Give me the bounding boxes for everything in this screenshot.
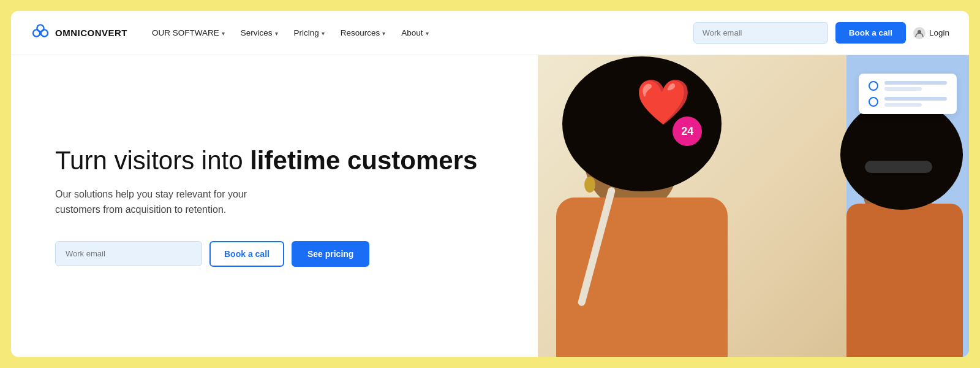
login-label: Login (929, 28, 949, 37)
nav-links: OUR SOFTWARE ▾ Services ▾ Pricing ▾ Reso… (145, 23, 693, 42)
sunglasses (865, 161, 932, 173)
hero-right: ❤️ 24 (538, 55, 969, 357)
hero-email-input[interactable] (55, 241, 202, 266)
ui-card (859, 74, 957, 114)
hero-section: Turn visitors into lifetime customers Ou… (11, 55, 969, 357)
body-main (556, 197, 728, 357)
ui-card-lines (884, 81, 947, 91)
notification-count: 24 (681, 125, 693, 138)
radio-icon (869, 97, 878, 107)
page-wrapper: OMNICONVERT OUR SOFTWARE ▾ Services ▾ Pr… (0, 0, 980, 368)
nav-resources[interactable]: Resources ▾ (333, 23, 393, 42)
nav-pricing-label: Pricing (294, 28, 319, 37)
chevron-down-icon: ▾ (222, 30, 225, 37)
notification-badge: 24 (673, 117, 702, 146)
login-area[interactable]: Login (913, 27, 949, 39)
chevron-down-icon: ▾ (382, 30, 385, 37)
hero-see-pricing-button[interactable]: See pricing (292, 241, 369, 267)
hair-secondary (840, 99, 963, 210)
navbar: OMNICONVERT OUR SOFTWARE ▾ Services ▾ Pr… (11, 11, 969, 55)
hero-title-normal: Turn visitors into (55, 146, 250, 175)
hero-cta: Book a call See pricing (55, 241, 501, 267)
logo-icon (31, 23, 50, 43)
hero-title-bold: lifetime customers (250, 146, 477, 175)
main-card: OMNICONVERT OUR SOFTWARE ▾ Services ▾ Pr… (11, 11, 969, 357)
nav-email-input[interactable] (693, 22, 828, 44)
chevron-down-icon: ▾ (322, 30, 325, 37)
nav-software-label: OUR SOFTWARE (152, 28, 219, 37)
nav-software[interactable]: OUR SOFTWARE ▾ (145, 23, 232, 42)
ui-line (884, 103, 922, 107)
nav-services-label: Services (241, 28, 273, 37)
hero-book-call-button[interactable]: Book a call (209, 241, 284, 267)
radio-icon (869, 81, 878, 91)
hero-left: Turn visitors into lifetime customers Ou… (11, 55, 538, 357)
chevron-down-icon: ▾ (275, 30, 278, 37)
ui-line (884, 81, 947, 85)
ui-card-row-2 (869, 97, 947, 107)
body-secondary (846, 204, 963, 357)
ui-line (884, 97, 947, 101)
nav-about[interactable]: About ▾ (394, 23, 435, 42)
person-secondary (834, 99, 969, 357)
nav-book-call-button[interactable]: Book a call (835, 22, 906, 44)
logo-text: OMNICONVERT (55, 28, 127, 38)
ui-line (884, 87, 922, 91)
ui-card-row-1 (869, 81, 947, 91)
nav-resources-label: Resources (341, 28, 380, 37)
nav-right: Book a call Login (693, 22, 949, 44)
nav-pricing[interactable]: Pricing ▾ (287, 23, 332, 42)
user-icon (913, 27, 925, 39)
chevron-down-icon: ▾ (426, 30, 429, 37)
svg-point-2 (37, 25, 43, 31)
nav-services[interactable]: Services ▾ (233, 23, 285, 42)
hero-title: Turn visitors into lifetime customers (55, 145, 501, 176)
nav-about-label: About (401, 28, 423, 37)
hero-subtitle: Our solutions help you stay relevant for… (55, 187, 288, 218)
logo[interactable]: OMNICONVERT (31, 23, 127, 43)
ui-card-lines (884, 97, 947, 107)
